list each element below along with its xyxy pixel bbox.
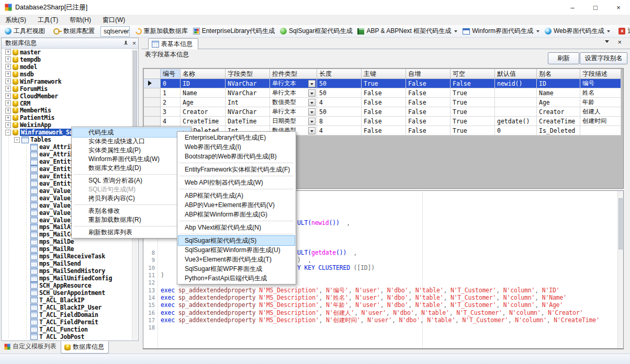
grid-cell[interactable]: False	[362, 88, 406, 98]
tab-table-basic-info[interactable]: 表基本信息	[148, 38, 198, 49]
table-row[interactable]: 2AgeInt数值类型4FalseFalseTrueAge年龄	[144, 98, 621, 107]
table-row[interactable]: 1NameNVarChar单行文本50FalseFalseTrueName姓名	[144, 88, 621, 98]
grid-cell[interactable]: Name	[181, 88, 226, 98]
menu-item[interactable]: Abp VNext框架代码生成(N)	[178, 223, 295, 232]
maximize-button[interactable]: □	[584, 0, 607, 15]
grid-cell[interactable]: 创建人	[580, 107, 621, 117]
tree-item[interactable]: mps_MailUnifiedConfig	[2, 275, 132, 282]
grid-cell[interactable]: True	[451, 98, 495, 107]
grid-cell[interactable]: ID	[181, 79, 226, 88]
grid-cell[interactable]: 日期类型	[270, 117, 317, 126]
toolbar-sqlsugar-button[interactable]: SqlSugar框架代码生成	[277, 26, 355, 37]
grid-cell[interactable]: 50	[317, 107, 362, 117]
column-header[interactable]: 长度	[317, 69, 362, 79]
row-header[interactable]	[144, 98, 161, 107]
menu-item[interactable]: SqlSugar框架Winform界面生成(U)	[178, 245, 295, 255]
menu-item[interactable]: 重新加载数据库(R)	[73, 215, 190, 224]
tree-item[interactable]: +model	[2, 63, 132, 71]
grid-cell[interactable]: 4	[317, 126, 362, 135]
grid-cell[interactable]: NVarChar	[226, 107, 270, 117]
menu-item[interactable]: ABP框架代码生成(A)	[178, 191, 295, 200]
grid-cell[interactable]: False	[362, 98, 406, 107]
pin-icon[interactable]	[124, 41, 128, 46]
tree-item[interactable]: +WinFramework	[2, 78, 132, 85]
tree-item[interactable]: +MemberMis	[2, 107, 132, 115]
menu-item[interactable]: SqlSugar框架WPF界面生成	[178, 264, 295, 274]
grid-cell[interactable]: True	[451, 107, 495, 117]
close-icon[interactable]: ×	[132, 41, 136, 46]
grid-cell[interactable]: 0	[161, 79, 181, 88]
refresh-button[interactable]: 刷新	[548, 52, 579, 64]
grid-cell[interactable]: False	[406, 79, 451, 88]
grid-cell[interactable]: False	[406, 126, 451, 135]
column-header[interactable]: 自增	[406, 69, 451, 79]
combo-dropdown-icon[interactable]	[308, 89, 316, 97]
menu-item[interactable]: 拷贝列表内容(C)	[73, 194, 190, 203]
menu-item[interactable]: ABP框架Winform界面生成(G)	[178, 210, 295, 219]
column-header[interactable]: 别名	[537, 69, 580, 79]
tree-item[interactable]: +ForumMis	[2, 85, 132, 93]
column-header[interactable]: 编号	[161, 69, 181, 79]
grid-cell[interactable]: 3	[161, 107, 181, 117]
grid-cell[interactable]	[580, 126, 621, 135]
toolbar-web-button[interactable]: Web界面代码生成	[542, 26, 613, 37]
grid-cell[interactable]: Creator	[537, 107, 580, 117]
menu-item[interactable]: 实体类属性生成(P)	[73, 146, 190, 155]
grid-cell[interactable]: 8	[317, 117, 362, 126]
toolbar-abp-button[interactable]: ABP & ABPNext 框架代码生成	[355, 26, 460, 37]
grid-cell[interactable]	[495, 98, 537, 107]
menu-item[interactable]: Bootstrap的Web界面代码生成(B)	[178, 152, 295, 161]
toolbar-exit-button[interactable]: × 退出	[616, 26, 630, 37]
column-header[interactable]: 控件类型	[270, 69, 317, 79]
tree-item[interactable]: mps_MailRe	[2, 245, 132, 253]
tree-item[interactable]: mps_MailReceiveTask	[2, 253, 132, 260]
menu-item[interactable]: EnterpriseLibrary代码生成(E)	[178, 133, 295, 142]
grid-cell[interactable]: CreateTime	[537, 117, 580, 126]
expander-icon[interactable]: −	[14, 137, 20, 143]
tree-item[interactable]: +master	[2, 49, 132, 56]
tree-item[interactable]: SCH_AppResource	[2, 282, 132, 289]
grid-cell[interactable]: 4	[317, 98, 362, 107]
combo-dropdown-icon[interactable]	[308, 80, 316, 87]
toolbar-enterprise-button[interactable]: EnterpriseLibrary代码生成	[190, 26, 277, 37]
grid-cell[interactable]: Age	[537, 98, 580, 107]
tree-item[interactable]: T_ACL_JobPost	[2, 333, 132, 340]
column-header[interactable]: 主键	[362, 69, 406, 79]
grid-cell[interactable]: 2	[161, 98, 181, 107]
grid-cell[interactable]: 单行文本	[270, 88, 317, 98]
grid-cell[interactable]: 年龄	[580, 98, 621, 107]
grid-cell[interactable]: False	[406, 98, 451, 107]
dock-close-icon[interactable]: ×	[617, 38, 622, 46]
grid-cell[interactable]: CreateTime	[181, 117, 226, 126]
table-row[interactable]: 3CreatorNVarChar单行文本50FalseFalseTrueCrea…	[144, 107, 621, 117]
combo-dropdown-icon[interactable]	[308, 108, 316, 116]
menu-item[interactable]: Web API控制器代码生成(W)	[178, 178, 295, 187]
row-header[interactable]	[144, 79, 161, 88]
menubar-item[interactable]: 工具(T)	[32, 15, 64, 26]
grid-cell[interactable]: False	[362, 117, 406, 126]
grid-cell[interactable]: False	[406, 117, 451, 126]
tree-item[interactable]: mps_MailSend	[2, 260, 132, 267]
grid-cell[interactable]: 姓名	[580, 88, 621, 98]
tree-item[interactable]: +msdb	[2, 71, 132, 78]
grid-cell[interactable]: Int	[226, 98, 270, 107]
grid-cell[interactable]: 50	[317, 79, 362, 88]
menubar-item[interactable]: 窗口(W)	[97, 15, 131, 26]
tree-item[interactable]: +tempdb	[2, 56, 132, 63]
toolbar-winform-button[interactable]: Winform界面代码生成	[460, 26, 542, 37]
tree-item[interactable]: +CRM	[2, 100, 132, 107]
tree-item[interactable]: +CloudMember	[2, 93, 132, 100]
grid-cell[interactable]: 1	[161, 88, 181, 98]
row-header[interactable]	[144, 117, 161, 126]
toolbar-dbconfig-button[interactable]: 数据库配置	[51, 26, 97, 37]
table-row[interactable]: 0IDNVarChar单行文本50TrueFalseFalsenewid()ID…	[144, 79, 621, 88]
dock-menu-icon[interactable]	[605, 40, 609, 43]
grid-cell[interactable]: 单行文本	[270, 79, 317, 88]
column-header[interactable]: 默认值	[495, 69, 537, 79]
menu-item[interactable]: SqlSugar框架代码生成(S)	[178, 236, 295, 245]
table-row[interactable]: 4CreateTimeDateTime日期类型8FalseFalseTruege…	[144, 117, 621, 126]
column-header[interactable]: 名称	[181, 69, 226, 79]
grid-cell[interactable]: Age	[181, 98, 226, 107]
grid-cell[interactable]: Name	[537, 88, 580, 98]
tree-item[interactable]: T_ACL_BlackIP	[2, 297, 132, 304]
